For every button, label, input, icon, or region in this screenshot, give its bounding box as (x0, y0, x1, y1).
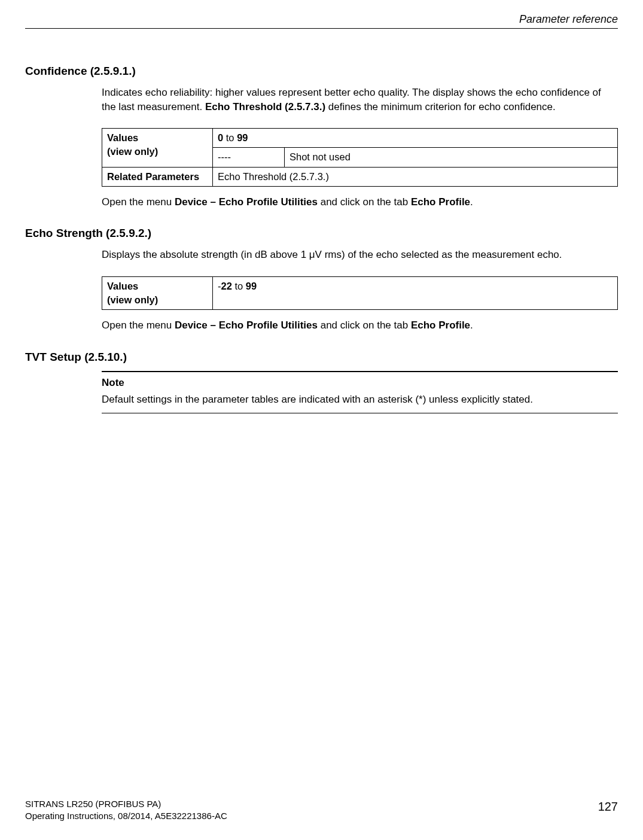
page-footer: SITRANS LR250 (PROFIBUS PA) Operating In… (25, 798, 618, 823)
table-confidence: Values (view only) 0 to 99 ---- Shot not… (102, 128, 618, 186)
heading-tvt-setup: TVT Setup (2.5.10.) (25, 349, 618, 366)
cell-values-label: Values (view only) (102, 129, 213, 167)
cell-values-label-2: Values (view only) (102, 276, 213, 309)
note-body: Default settings in the parameter tables… (102, 392, 618, 407)
cell-values-range: 0 to 99 (213, 129, 618, 148)
page-number: 127 (598, 798, 618, 815)
desc-confidence: Indicates echo reliability: higher value… (102, 86, 618, 114)
note-box: Note Default settings in the parameter t… (102, 371, 618, 413)
content-tvt-setup: Note Default settings in the parameter t… (102, 371, 618, 413)
instr-echo-strength: Open the menu Device – Echo Profile Util… (102, 318, 618, 333)
content-confidence: Indicates echo reliability: higher value… (102, 86, 618, 209)
note-title: Note (102, 376, 618, 390)
instr-confidence: Open the menu Device – Echo Profile Util… (102, 195, 618, 209)
heading-confidence: Confidence (2.5.9.1.) (25, 63, 618, 80)
cell-dash: ---- (213, 148, 285, 167)
content-echo-strength: Displays the absolute strength (in dB ab… (102, 248, 618, 333)
cell-related-label: Related Parameters (102, 167, 213, 186)
heading-echo-strength: Echo Strength (2.5.9.2.) (25, 226, 618, 242)
cell-shot-not-used: Shot not used (285, 148, 618, 167)
footer-left: SITRANS LR250 (PROFIBUS PA) Operating In… (25, 798, 227, 823)
cell-related-value: Echo Threshold (2.5.7.3.) (213, 167, 618, 186)
header-section-title: Parameter reference (519, 13, 618, 25)
desc-echo-strength: Displays the absolute strength (in dB ab… (102, 248, 618, 262)
table-echo-strength: Values (view only) -22 to 99 (102, 276, 618, 310)
page-header: Parameter reference (25, 12, 618, 29)
cell-values-range-2: -22 to 99 (213, 276, 618, 309)
